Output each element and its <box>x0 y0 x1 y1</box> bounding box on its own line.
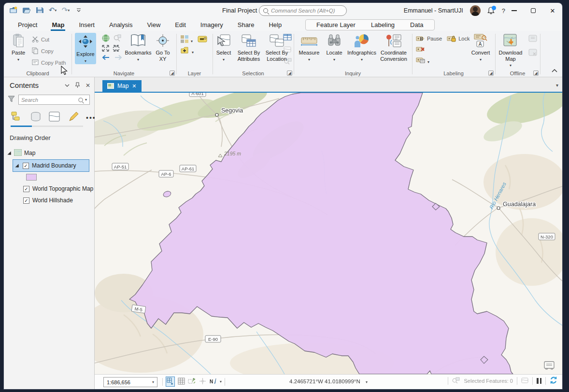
open-project-icon[interactable] <box>22 5 31 15</box>
tab-project[interactable]: Project <box>11 18 44 31</box>
copy-button[interactable]: Copy <box>32 46 66 56</box>
flipbook-overview-icon[interactable] <box>543 360 555 370</box>
fixed-zoom-out-icon[interactable] <box>112 44 120 54</box>
close-pane-icon[interactable]: ✕ <box>85 82 90 89</box>
coordinates-chevron-icon[interactable]: ▾ <box>366 380 368 384</box>
redo-button[interactable]: ↷▾ <box>61 5 71 15</box>
select-button[interactable]: Select <box>213 33 234 62</box>
label-properties-icon[interactable] <box>198 35 207 45</box>
selected-features-label: Selected Features: 0 <box>464 378 513 384</box>
label-priorities-icon[interactable] <box>416 56 426 65</box>
tab-list-chevron-icon[interactable]: ▾ <box>556 83 558 88</box>
new-project-icon[interactable] <box>9 5 18 15</box>
zoom-to-selected-icon[interactable] <box>284 58 292 67</box>
clear-pin-labels-icon[interactable] <box>416 45 426 55</box>
go-to-xy-button[interactable]: Go To XY <box>153 33 173 62</box>
tab-view[interactable]: View <box>140 18 168 31</box>
city-label: Guadalajara <box>503 201 536 208</box>
group-offline: Download Map ◢ Offline <box>495 31 540 77</box>
pin-icon[interactable] <box>75 82 80 89</box>
mouse-cursor <box>60 66 68 77</box>
full-extent-icon[interactable] <box>101 34 110 44</box>
madrid-boundary-checkbox[interactable] <box>23 163 29 169</box>
world-topographic-checkbox[interactable] <box>23 186 29 192</box>
tab-imagery[interactable]: Imagery <box>193 18 230 31</box>
fixed-zoom-in-icon[interactable] <box>101 44 110 54</box>
pause-labeling-button[interactable]: Pause <box>416 34 442 43</box>
command-search[interactable] <box>259 5 347 16</box>
sync-map-icon[interactable] <box>528 35 537 44</box>
account-name[interactable]: Emmanuel - SmartUJI <box>404 7 463 14</box>
contents-search[interactable]: ▾ <box>18 95 90 105</box>
maximize-button[interactable] <box>524 3 543 18</box>
bookmarks-button[interactable]: Bookmarks <box>124 33 153 62</box>
previous-extent-icon[interactable] <box>101 54 110 63</box>
attribute-table-icon[interactable] <box>283 34 292 42</box>
refresh-button[interactable] <box>550 377 557 385</box>
filter-icon[interactable] <box>8 96 15 104</box>
paste-button[interactable]: Paste <box>8 33 29 62</box>
close-button[interactable]: ✕ <box>543 3 562 18</box>
minimize-button[interactable] <box>504 3 524 18</box>
remove-map-icon[interactable] <box>528 49 537 58</box>
pane-menu-chevron-icon[interactable] <box>65 83 70 88</box>
cut-button[interactable]: Cut <box>32 35 66 44</box>
svg-text:AP-6: AP-6 <box>161 171 171 177</box>
expander-icon[interactable] <box>7 151 11 154</box>
search-options-chevron-icon[interactable]: ▾ <box>85 98 87 102</box>
layer-row-map[interactable]: Map <box>4 148 94 158</box>
expander-icon[interactable] <box>15 164 18 167</box>
clear-selection-icon[interactable] <box>284 46 291 55</box>
list-by-selection-tab[interactable] <box>48 111 61 125</box>
save-project-icon[interactable] <box>35 5 44 15</box>
tab-labeling[interactable]: Labeling <box>363 21 402 28</box>
clear-selection-icon[interactable] <box>521 378 528 384</box>
undo-button[interactable]: ↶▾ <box>48 5 57 15</box>
tab-feature-layer[interactable]: Feature Layer <box>309 21 363 28</box>
tab-help[interactable]: Help <box>261 18 289 31</box>
customize-quick-access-icon[interactable] <box>74 5 84 15</box>
select-by-attributes-button[interactable]: Select By Attributes <box>235 33 263 62</box>
search-icon <box>78 98 83 102</box>
layer-row-madrid-boundary[interactable]: Madrid Boundary <box>4 160 94 171</box>
tab-analysis[interactable]: Analysis <box>102 18 140 31</box>
coordinate-conversion-button[interactable]: Coordinate Conversion <box>377 33 411 62</box>
contents-pane: Contents ✕ ▾ ••• <box>4 77 95 389</box>
next-extent-icon[interactable] <box>114 54 123 63</box>
tab-insert[interactable]: Insert <box>71 18 102 31</box>
layer-row-world-hillshade[interactable]: World Hillshade <box>4 195 94 206</box>
shield-ap51: AP-51 <box>112 163 128 170</box>
tab-map[interactable]: Map <box>44 18 71 31</box>
map-view-tab[interactable]: Map ✕ <box>102 80 142 92</box>
explore-button[interactable]: Explore <box>75 33 96 64</box>
madrid-boundary-symbol-row[interactable] <box>4 172 94 182</box>
list-by-data-source-tab[interactable] <box>30 111 42 125</box>
lock-labels-button[interactable]: Lock <box>447 34 469 43</box>
measure-button[interactable]: Measure <box>297 33 322 62</box>
infographics-button[interactable]: Infographics <box>346 33 378 62</box>
zoom-to-selected-icon[interactable] <box>452 377 460 384</box>
download-map-button[interactable]: Download Map <box>497 33 524 68</box>
list-by-drawing-order-tab[interactable] <box>11 111 23 125</box>
boundary-color-swatch[interactable] <box>26 174 37 181</box>
tab-data[interactable]: Data <box>402 21 431 28</box>
add-data-icon[interactable] <box>180 46 189 56</box>
pause-drawing-button[interactable] <box>537 378 541 384</box>
notifications-bell-icon[interactable] <box>487 6 495 15</box>
map-canvas[interactable]: 2195 m Rio Henares Segovia Guadalajara <box>95 93 562 374</box>
collapse-ribbon-icon[interactable] <box>551 66 558 75</box>
locate-button[interactable]: Locate <box>323 33 346 62</box>
user-avatar[interactable] <box>470 5 481 16</box>
basemap-icon[interactable] <box>180 35 189 45</box>
world-hillshade-checkbox[interactable] <box>23 197 29 204</box>
pointer-coordinates[interactable]: 4.2465721°W 41.0180999°N <box>289 378 360 384</box>
tab-edit[interactable]: Edit <box>168 18 193 31</box>
list-by-editing-tab[interactable] <box>68 111 79 125</box>
contents-search-input[interactable] <box>21 97 76 103</box>
convert-labels-button[interactable]: A Convert <box>469 33 492 62</box>
tab-share[interactable]: Share <box>230 18 262 31</box>
layer-row-world-topographic[interactable]: World Topographic Map <box>4 183 94 194</box>
close-tab-icon[interactable]: ✕ <box>132 83 136 89</box>
command-search-input[interactable] <box>271 8 342 14</box>
zoom-to-selection-icon[interactable] <box>113 34 122 44</box>
